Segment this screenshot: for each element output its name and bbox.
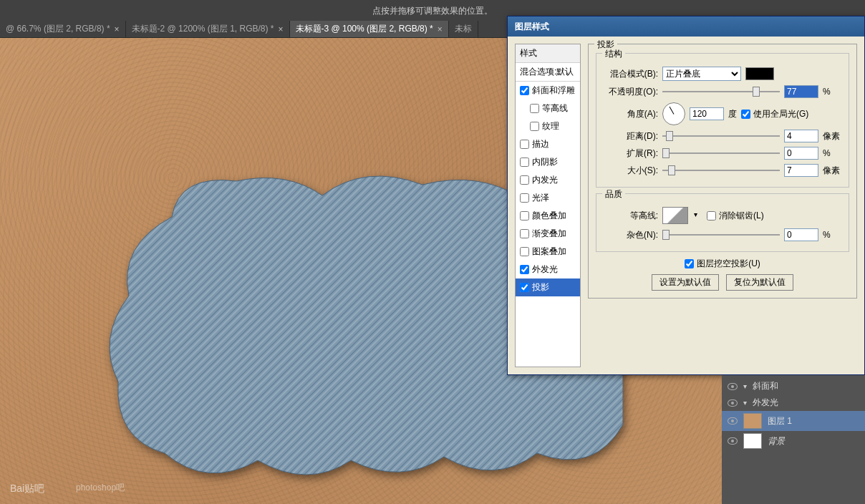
style-inner-shadow[interactable]: 内阴影	[516, 153, 580, 171]
layer-row-bg[interactable]: 背景	[722, 431, 865, 451]
eye-icon[interactable]	[728, 383, 738, 390]
noise-unit: %	[823, 230, 843, 240]
shadow-settings: 投影 结构 混合模式(B): 正片叠底 不透明度(O): %	[588, 44, 857, 367]
antialias-check[interactable]: 消除锯齿(L)	[707, 210, 764, 222]
angle-unit: 度	[728, 108, 737, 120]
close-icon[interactable]: ×	[278, 24, 283, 34]
shadow-color[interactable]	[745, 67, 774, 80]
styles-list: 样式 混合选项:默认 斜面和浮雕 等高线 纹理 描边 内阴影 内发光 光泽 颜色…	[515, 44, 581, 367]
set-default-button[interactable]: 设置为默认值	[652, 274, 719, 291]
eye-icon[interactable]	[728, 417, 738, 425]
contour-picker[interactable]	[662, 207, 688, 224]
global-light-check[interactable]: 使用全局光(G)	[741, 108, 808, 120]
styles-header[interactable]: 样式	[516, 44, 580, 63]
style-contour[interactable]: 等高线	[516, 100, 580, 117]
size-unit: 像素	[823, 165, 843, 177]
layer-style-dialog: 图层样式 样式 混合选项:默认 斜面和浮雕 等高线 纹理 描边 内阴影 内发光 …	[507, 16, 865, 375]
style-pattern-overlay[interactable]: 图案叠加	[516, 243, 580, 261]
style-gradient-overlay[interactable]: 渐变叠加	[516, 225, 580, 243]
fx-row[interactable]: ▾斜面和	[722, 378, 865, 394]
angle-input[interactable]	[690, 107, 724, 120]
tab-2[interactable]: 未标题-2 @ 1200% (图层 1, RGB/8) *×	[126, 21, 290, 37]
knockout-check[interactable]: 图层挖空投影(U)	[685, 258, 760, 270]
opacity-input[interactable]	[784, 85, 818, 98]
fx-row[interactable]: ▾外发光	[722, 394, 865, 411]
layer-row[interactable]: 图层 1	[722, 411, 865, 431]
tab-3[interactable]: 未标题-3 @ 100% (图层 2, RGB/8) *×	[290, 21, 449, 37]
style-stroke[interactable]: 描边	[516, 135, 580, 153]
blend-mode-select[interactable]: 正片叠底	[662, 67, 741, 81]
distance-unit: 像素	[823, 130, 843, 142]
noise-slider[interactable]	[662, 228, 780, 241]
eye-icon[interactable]	[728, 437, 738, 445]
tab-1[interactable]: @ 66.7% (图层 2, RGB/8) *×	[0, 21, 126, 37]
size-input[interactable]	[784, 164, 818, 177]
watermark-baidu: Bai贴吧	[10, 483, 44, 495]
blend-mode-label: 混合模式(B):	[602, 68, 658, 80]
tab-4[interactable]: 未标	[449, 21, 478, 37]
style-satin[interactable]: 光泽	[516, 189, 580, 207]
size-slider[interactable]	[662, 164, 780, 177]
noise-label: 杂色(N):	[602, 229, 658, 241]
layer-thumb	[743, 433, 762, 449]
contour-label: 等高线:	[602, 210, 658, 222]
style-drop-shadow[interactable]: 投影	[516, 278, 580, 296]
angle-dial[interactable]	[662, 102, 685, 125]
close-icon[interactable]: ×	[115, 24, 120, 34]
opacity-unit: %	[823, 87, 843, 97]
layers-panel: ▾斜面和 ▾外发光 图层 1 背景	[722, 375, 865, 504]
style-texture[interactable]: 纹理	[516, 117, 580, 135]
distance-label: 距离(D):	[602, 130, 658, 142]
opacity-slider[interactable]	[662, 85, 780, 98]
distance-slider[interactable]	[662, 130, 780, 142]
opacity-label: 不透明度(O):	[602, 86, 658, 98]
reset-default-button[interactable]: 复位为默认值	[726, 274, 793, 291]
eye-icon[interactable]	[728, 399, 738, 407]
angle-label: 角度(A):	[602, 108, 658, 120]
dialog-title[interactable]: 图层样式	[508, 16, 864, 37]
spread-label: 扩展(R):	[602, 147, 658, 160]
size-label: 大小(S):	[602, 165, 658, 177]
style-color-overlay[interactable]: 颜色叠加	[516, 207, 580, 225]
blend-options[interactable]: 混合选项:默认	[516, 63, 580, 82]
layer-thumb	[743, 413, 762, 429]
spread-unit: %	[823, 148, 843, 158]
noise-input[interactable]	[784, 228, 818, 241]
watermark-ps: photoshop吧	[76, 482, 125, 494]
style-bevel[interactable]: 斜面和浮雕	[516, 82, 580, 100]
structure-legend: 结构	[602, 48, 625, 60]
distance-input[interactable]	[784, 130, 818, 142]
spread-input[interactable]	[784, 147, 818, 160]
style-inner-glow[interactable]: 内发光	[516, 171, 580, 189]
spread-slider[interactable]	[662, 147, 780, 160]
close-icon[interactable]: ×	[438, 24, 443, 34]
quality-legend: 品质	[602, 188, 625, 200]
style-outer-glow[interactable]: 外发光	[516, 261, 580, 278]
